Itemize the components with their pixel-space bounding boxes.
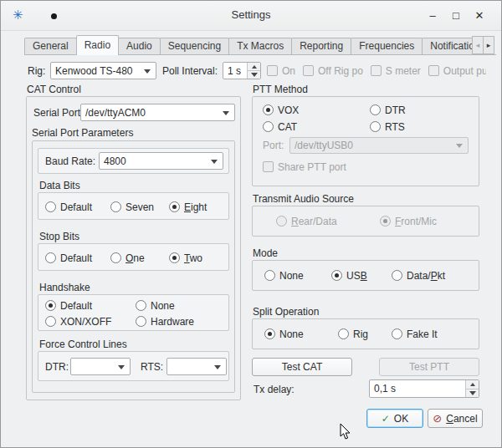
tx-delay-spinbox[interactable]: 0,1 s [369, 379, 479, 398]
radio-ptt-rts[interactable]: RTS [370, 120, 405, 133]
radio-mode-usb[interactable]: USB [331, 269, 367, 282]
rts-combobox[interactable] [166, 358, 227, 375]
radio-mode-data-pkt[interactable]: Data/Pkt [392, 269, 445, 282]
stop-bits-box: Default One Two [38, 243, 229, 271]
spin-down-button[interactable] [248, 71, 260, 79]
radio-handshake-none[interactable]: None [136, 299, 175, 312]
cat-control-group-title: CAT Control [27, 84, 81, 95]
serial-port-parameters-group: Baud Rate: 4800 Data Bits Default Seven [32, 140, 235, 393]
tx-delay-label: Tx delay: [254, 384, 295, 395]
radio-icon [110, 201, 121, 212]
ptt-method-group-title: PTT Method [253, 84, 308, 95]
stop-bits-title: Stop Bits [39, 231, 79, 242]
checkbox-label: On [282, 65, 295, 77]
dtr-combobox[interactable] [70, 358, 131, 375]
radio-handshake-hardware[interactable]: Hardware [136, 315, 194, 328]
ptt-port-combobox[interactable]: /dev/ttyUSB0 [289, 137, 469, 154]
tab-reporting[interactable]: Reporting [291, 38, 351, 54]
rig-status-checkboxes: On Off Rig po S meter Output pu [267, 64, 486, 78]
tab-general[interactable]: General [24, 38, 77, 54]
radio-label: CAT [278, 121, 297, 133]
transmit-audio-source-group: Rear/Data Front/Mic [252, 206, 479, 237]
radio-split-fake-it[interactable]: Fake It [392, 328, 438, 340]
radio-split-none[interactable]: None [264, 328, 304, 340]
radio-rear-data[interactable]: Rear/Data [276, 215, 337, 227]
radio-stop-bits-default[interactable]: Default [45, 252, 92, 264]
radio-icon [338, 328, 349, 339]
baud-rate-combobox[interactable]: 4800 [99, 152, 223, 170]
tab-scroll-left-button[interactable]: ◂ [472, 36, 484, 54]
tab-frequencies[interactable]: Frequencies [351, 38, 423, 54]
dropdown-arrow-icon [211, 160, 218, 164]
radio-handshake-xon-xoff[interactable]: XON/XOFF [45, 315, 111, 328]
checkbox-label: Share PTT port [278, 161, 346, 173]
radio-label: DTR [385, 104, 406, 116]
minimize-button[interactable]: – [424, 8, 441, 23]
radio-icon [169, 201, 180, 212]
tab-radio[interactable]: Radio [76, 35, 119, 55]
radio-split-rig[interactable]: Rig [338, 328, 368, 340]
baud-rate-box: Baud Rate: 4800 [38, 148, 229, 174]
ptt-method-group: VOX DTR CAT RTS Port: /dev/ttyUSB0 Share… [252, 96, 479, 186]
checkbox-icon [371, 65, 382, 76]
checkbox-s-meter[interactable]: S meter [371, 64, 421, 77]
tab-label: Notificatio [430, 40, 474, 52]
radio-mode-none[interactable]: None [264, 269, 304, 282]
radio-icon [370, 121, 381, 132]
tab-notifications[interactable]: Notificatio [422, 38, 474, 54]
checkbox-share-ptt-port[interactable]: Share PTT port [263, 160, 346, 173]
tab-audio[interactable]: Audio [118, 38, 161, 54]
ok-button[interactable]: ✓ OK [366, 409, 423, 428]
radio-front-mic[interactable]: Front/Mic [380, 215, 437, 227]
radio-data-bits-default[interactable]: Default [45, 201, 92, 213]
radio-ptt-cat[interactable]: CAT [263, 120, 297, 133]
spin-up-button[interactable] [466, 380, 479, 389]
cancel-button-label: Cancel [446, 413, 477, 425]
test-cat-button[interactable]: Test CAT [252, 358, 352, 376]
test-ptt-button[interactable]: Test PTT [379, 358, 479, 376]
checkbox-on[interactable]: On [267, 64, 295, 77]
tab-tx-macros[interactable]: Tx Macros [228, 38, 292, 54]
checkbox-off-rig-power[interactable]: Off Rig po [303, 64, 363, 77]
serial-port-combobox[interactable]: /dev/ttyACM0 [80, 104, 235, 121]
radio-handshake-default[interactable]: Default [45, 299, 92, 312]
radio-icon [264, 328, 275, 339]
radio-stop-bits-one[interactable]: One [110, 252, 145, 264]
tab-label: Reporting [300, 40, 343, 52]
tab-label: Radio [85, 39, 110, 51]
checkbox-output-power[interactable]: Output pu [428, 64, 486, 77]
poll-interval-spinbox[interactable]: 1 s [223, 62, 261, 79]
tab-label: Frequencies [359, 40, 414, 52]
baud-rate-label: Baud Rate: [45, 155, 95, 167]
cancel-button[interactable]: ⊘ Cancel [428, 409, 483, 428]
radio-icon [45, 201, 56, 212]
mode-group-title: Mode [253, 247, 278, 259]
radio-data-bits-seven[interactable]: Seven [110, 201, 154, 213]
radio-label: Seven [126, 201, 154, 213]
radio-label: Hardware [151, 316, 194, 328]
dropdown-arrow-icon [144, 69, 151, 74]
radio-icon [45, 316, 56, 327]
checkbox-icon [428, 65, 439, 76]
radio-label: Default [60, 252, 92, 264]
radio-label: Rig [353, 328, 368, 340]
tab-scroll-right-button[interactable]: ▸ [483, 36, 494, 54]
radio-data-bits-eight[interactable]: Eight [169, 201, 207, 213]
tab-sequencing[interactable]: Sequencing [160, 38, 229, 54]
maximize-button[interactable]: □ [448, 8, 464, 23]
rig-combobox[interactable]: Kenwood TS-480 [50, 62, 156, 79]
spin-down-button[interactable] [466, 389, 479, 398]
baud-rate-value: 4800 [104, 155, 126, 167]
radio-ptt-dtr[interactable]: DTR [370, 104, 406, 116]
force-control-lines-box: DTR: RTS: [38, 351, 229, 381]
close-button[interactable]: ✕ [471, 8, 488, 23]
spin-up-button[interactable] [248, 63, 260, 71]
radio-label: VOX [278, 104, 299, 116]
radio-stop-bits-two[interactable]: Two [169, 252, 202, 264]
radio-ptt-vox[interactable]: VOX [263, 104, 299, 116]
dtr-label: DTR: [45, 361, 69, 373]
rts-label: RTS: [141, 361, 163, 373]
test-ptt-button-label: Test PTT [409, 361, 449, 373]
radio-label: Fake It [407, 328, 438, 340]
titlebar[interactable]: ✳ Settings – □ ✕ [1, 1, 501, 31]
